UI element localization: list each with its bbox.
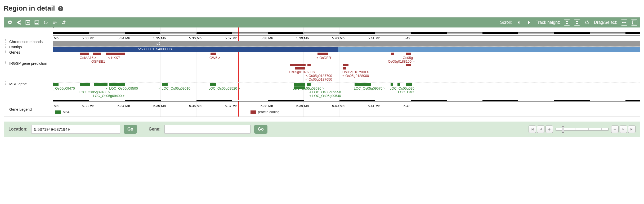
- share-icon[interactable]: [16, 19, 22, 26]
- export-image-icon[interactable]: [34, 19, 40, 26]
- collapse-tracks-icon[interactable]: [564, 19, 570, 26]
- tick-label: 5.37 Mb: [225, 104, 237, 108]
- tick-label: 5.41 Mb: [368, 104, 380, 108]
- location-input[interactable]: [31, 125, 120, 134]
- tick-label: 5.41 Mb: [368, 36, 380, 40]
- gene-feature[interactable]: [317, 53, 328, 55]
- track-contigs[interactable]: 5:5300001..5400000 >: [53, 47, 640, 52]
- gene-label: OsIAA16 >: [80, 56, 96, 60]
- track-label-legend: Gene Legend: [4, 107, 53, 112]
- navigation-bar: Location: Go Gene: Go + −: [4, 122, 640, 137]
- tick-label: 5.40 Mb: [332, 36, 345, 40]
- help-icon[interactable]: ?: [58, 6, 63, 11]
- gene-go-button[interactable]: Go: [254, 125, 267, 134]
- nav-next-icon[interactable]: [620, 126, 627, 133]
- tick-label: 5.36 Mb: [189, 36, 202, 40]
- gene-label: Os05g: [403, 56, 413, 60]
- tick-label: 5.34 Mb: [118, 36, 130, 40]
- gene-feature[interactable]: [211, 53, 216, 55]
- gene-feature[interactable]: [162, 83, 168, 86]
- track-height-label: Track height:: [536, 20, 560, 25]
- tick-label: 5.38 Mb: [261, 104, 273, 108]
- gene-label: LOC_Os05g09480 >: [79, 90, 110, 94]
- gene-feature[interactable]: [343, 64, 348, 66]
- gene-feature[interactable]: [391, 83, 393, 86]
- gene-feature[interactable]: [307, 83, 311, 86]
- gene-legend: MSU protein coding: [53, 108, 640, 117]
- track-genes[interactable]: OsIAA16 > < HXK7 OSPBB1 GW5 > < OsDER1 O…: [53, 52, 640, 63]
- swap-icon[interactable]: [61, 19, 67, 26]
- select-mode-icon[interactable]: [631, 19, 637, 26]
- gene-feature[interactable]: [294, 83, 305, 86]
- track-irgsp[interactable]: Os05g0187600 > < Os05g0187700 < Os05g018…: [53, 63, 640, 82]
- track-label-chromosome-bands[interactable]: Chromosome bands: [4, 39, 53, 44]
- gene-feature[interactable]: [80, 53, 89, 55]
- gene-feature[interactable]: [53, 83, 59, 86]
- gene-input[interactable]: [164, 125, 251, 134]
- nav-prev-icon[interactable]: [537, 126, 544, 133]
- gene-label: Gene:: [149, 127, 160, 132]
- drag-mode-icon[interactable]: [621, 19, 627, 26]
- resize-icon[interactable]: [25, 19, 31, 26]
- reset-height-icon[interactable]: [584, 19, 590, 26]
- gene-feature[interactable]: [106, 53, 125, 55]
- tick-label: 5.36 Mb: [189, 104, 202, 108]
- track-msu[interactable]: _Os05g09470 LOC_Os05g09480 > < LOC_Os05g…: [53, 82, 640, 100]
- axis-top: Mb 5.33 Mb 5.34 Mb 5.35 Mb 5.36 Mb 5.37 …: [53, 35, 640, 41]
- track-label-msu[interactable]: MSU gene: [4, 81, 53, 87]
- zoom-slider-handle[interactable]: [562, 126, 564, 133]
- gene-label: LOC_Os05g095: [390, 86, 414, 90]
- track-label-genes[interactable]: Genes: [4, 50, 53, 55]
- gene-feature[interactable]: [93, 53, 101, 55]
- nav-first-icon[interactable]: [529, 126, 536, 133]
- tick-label: 5.35 Mb: [153, 36, 166, 40]
- gene-label: < LOC_Os05g09500: [106, 86, 138, 90]
- tick-label: Mb: [54, 36, 59, 40]
- reorder-tracks-icon[interactable]: [52, 19, 58, 26]
- legend-text: protein coding: [258, 110, 280, 114]
- tick-label: 5.39 Mb: [296, 36, 309, 40]
- track-label-contigs[interactable]: Contigs: [4, 44, 53, 50]
- nav-controls: + −: [529, 126, 636, 133]
- gene-feature[interactable]: [343, 67, 346, 69]
- gene-label: < LOC_Os05g09510: [159, 86, 190, 90]
- gene-feature[interactable]: [397, 83, 400, 86]
- tick-label: 5.40 Mb: [332, 104, 345, 108]
- toolbar-left: [7, 19, 67, 26]
- reset-config-icon[interactable]: [43, 19, 49, 26]
- gene-label: < Os05g0187650: [306, 77, 332, 81]
- expand-tracks-icon[interactable]: [574, 19, 580, 26]
- track-chromosome-bands[interactable]: p5: [53, 41, 640, 47]
- gene-feature[interactable]: [210, 83, 216, 86]
- scroll-left-icon[interactable]: [516, 19, 522, 26]
- gene-label: < Os05g0188000: [342, 74, 369, 78]
- ruler-top: [53, 32, 640, 35]
- plot-area[interactable]: 100.00 kb Forward strand Mb 5.33 Mb 5.34…: [53, 27, 640, 117]
- browser-body: Chromosome bands Contigs Genes IRGSP gen…: [4, 27, 640, 117]
- location-go-button[interactable]: Go: [124, 125, 137, 134]
- gene-feature[interactable]: [406, 64, 411, 66]
- tick-label: 5.37 Mb: [225, 36, 237, 40]
- gene-feature[interactable]: [94, 83, 108, 86]
- zoom-out-icon[interactable]: −: [611, 126, 619, 133]
- gene-feature[interactable]: [391, 53, 394, 55]
- scroll-right-icon[interactable]: [526, 19, 532, 26]
- gene-feature[interactable]: [355, 83, 371, 86]
- gene-feature[interactable]: [109, 83, 125, 86]
- nav-last-icon[interactable]: [628, 126, 636, 133]
- gene-label: LOC_Os05g09570 >: [354, 86, 386, 90]
- gene-feature[interactable]: [406, 53, 411, 55]
- drag-select-label: Drag/Select:: [594, 20, 617, 25]
- track-labels: Chromosome bands Contigs Genes IRGSP gen…: [4, 27, 53, 117]
- gene-feature[interactable]: [307, 64, 311, 66]
- track-label-irgsp[interactable]: IRGSP gene prediction: [4, 61, 53, 66]
- gene-label: LOC_Os05g09530 >: [293, 86, 324, 90]
- region-panel: Scroll: Track height: Drag/Select: Chrom…: [4, 17, 640, 117]
- zoom-in-icon[interactable]: +: [545, 126, 553, 133]
- gene-feature[interactable]: [80, 83, 90, 86]
- gene-feature[interactable]: [406, 83, 412, 86]
- configure-icon[interactable]: [7, 19, 13, 26]
- gene-feature[interactable]: [290, 64, 306, 66]
- zoom-slider[interactable]: [556, 128, 609, 131]
- gene-feature[interactable]: [295, 67, 305, 69]
